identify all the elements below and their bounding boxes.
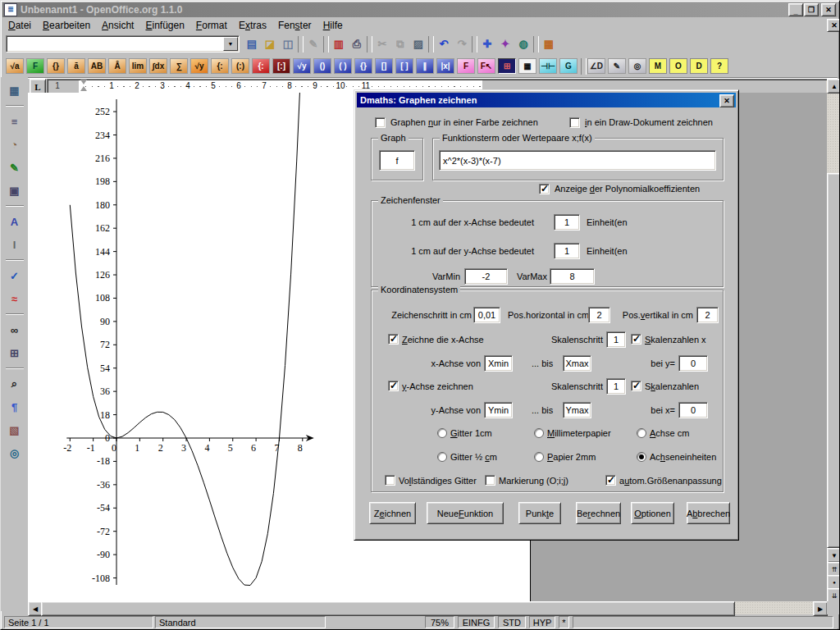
scroll-up-icon[interactable]: ▲ bbox=[827, 79, 840, 94]
dmaths-matrix-icon[interactable]: (:) bbox=[231, 58, 249, 74]
dmaths-limit-icon[interactable]: lim bbox=[129, 58, 147, 74]
zoom-icon[interactable]: ⌕ bbox=[5, 375, 25, 393]
dmaths-root-icon[interactable]: √y bbox=[190, 58, 208, 74]
dmaths-sqrt-a-icon[interactable]: √a bbox=[6, 58, 24, 74]
dmaths-angle-measure-icon[interactable]: ∠D bbox=[587, 58, 605, 74]
open-icon[interactable]: ◪ bbox=[261, 35, 279, 52]
optionen-button[interactable]: Optionen bbox=[631, 502, 674, 524]
menu-item-2[interactable]: Ansicht bbox=[96, 18, 139, 33]
dmaths-help-icon[interactable]: ? bbox=[710, 58, 728, 74]
y-unit-field[interactable]: 1 bbox=[554, 243, 580, 259]
nonprinting-chars-icon[interactable]: ¶ bbox=[5, 398, 25, 416]
radio-achse-cm[interactable] bbox=[637, 428, 646, 438]
graphics-toggle-icon[interactable]: ▧ bbox=[5, 421, 25, 439]
menu-item-5[interactable]: Extras bbox=[233, 18, 272, 33]
horizontal-scroll-thumb[interactable] bbox=[41, 601, 735, 616]
dmaths-unit-axes-icon[interactable]: ⊣⊢ bbox=[539, 58, 557, 74]
insert-table-icon[interactable]: ▦ bbox=[5, 81, 25, 99]
menu-item-7[interactable]: Hilfe bbox=[317, 18, 349, 33]
polynomial-coefficients-checkbox[interactable] bbox=[539, 184, 550, 194]
indent-marker[interactable] bbox=[80, 80, 88, 92]
online-layout-icon[interactable]: ◎ bbox=[5, 444, 25, 462]
radio-papier-2mm[interactable] bbox=[534, 452, 544, 462]
dmaths-o-icon[interactable]: O bbox=[669, 58, 687, 74]
print-icon[interactable]: ⎙ bbox=[348, 35, 366, 52]
radio-millimeterpapier[interactable] bbox=[534, 428, 544, 438]
dmaths-grid-icon[interactable]: ▦ bbox=[518, 58, 536, 74]
radio-achseneinheiten[interactable] bbox=[637, 452, 646, 462]
x-from-field[interactable]: Xmin bbox=[484, 355, 513, 372]
x-axis-checkbox[interactable] bbox=[388, 334, 399, 345]
find-replace-icon[interactable]: ∞ bbox=[5, 321, 25, 339]
abbrechen-button[interactable]: Abbrechen bbox=[687, 502, 730, 524]
single-color-checkbox[interactable] bbox=[375, 117, 386, 128]
punkte-button[interactable]: Punkte bbox=[518, 502, 561, 524]
varmax-field[interactable]: 8 bbox=[550, 268, 595, 285]
minimize-button[interactable]: _ bbox=[788, 3, 803, 16]
dmaths-graph-window-icon[interactable]: ⊞ bbox=[498, 58, 516, 74]
varmin-field[interactable]: -2 bbox=[464, 268, 508, 285]
dmaths-paren-small-icon[interactable]: () bbox=[313, 58, 331, 74]
check-autom-groessenanpassung[interactable] bbox=[605, 475, 616, 486]
draw-functions-icon[interactable]: ✎ bbox=[5, 158, 25, 176]
undo-icon[interactable]: ↶ bbox=[435, 35, 453, 52]
status-zoom[interactable]: 75% bbox=[425, 616, 454, 628]
dmaths-angle-icon[interactable]: Â bbox=[108, 58, 126, 74]
close-button[interactable]: ✕ bbox=[821, 3, 836, 16]
direct-cursor-icon[interactable]: I bbox=[5, 235, 25, 253]
dmaths-g-icon[interactable]: G bbox=[559, 58, 578, 74]
close-document-button[interactable]: ✕ bbox=[827, 19, 840, 32]
maximize-button[interactable]: ❐ bbox=[804, 3, 819, 16]
pos-horizontal-field[interactable]: 2 bbox=[588, 307, 610, 323]
dialog-title-bar[interactable]: Dmaths: Graphen zeichnen ✕ bbox=[357, 93, 736, 107]
status-selection-mode[interactable]: STD bbox=[498, 616, 526, 628]
export-pdf-icon[interactable]: ▥ bbox=[330, 35, 348, 52]
dmaths-pencil-icon[interactable]: ✎ bbox=[608, 58, 626, 74]
dmaths-system-icon[interactable]: {: bbox=[211, 58, 229, 74]
pos-vertikal-field[interactable]: 2 bbox=[696, 307, 719, 323]
berechnen-button[interactable]: Berechnen bbox=[576, 502, 621, 524]
new-document-icon[interactable]: ▤ bbox=[243, 35, 261, 52]
dmaths-abs-icon[interactable]: |x| bbox=[436, 58, 454, 74]
combo-dropdown-icon[interactable]: ▼ bbox=[223, 37, 238, 51]
zeichnen-button[interactable]: Zeichnen bbox=[369, 502, 416, 524]
draw-document-checkbox[interactable] bbox=[569, 117, 580, 128]
dmaths-vector-icon[interactable]: ā bbox=[67, 58, 85, 74]
zeichenschritt-field[interactable]: 0,01 bbox=[473, 307, 500, 323]
skalenzahlen-y-checkbox[interactable] bbox=[631, 381, 641, 391]
check-markierung[interactable] bbox=[485, 475, 495, 486]
dmaths-function-pink-icon[interactable]: F bbox=[457, 58, 475, 74]
dmaths-bracket-big-icon[interactable]: [ ] bbox=[395, 58, 413, 74]
autospellcheck-icon[interactable]: ≈ bbox=[5, 290, 25, 308]
radio-gitter-halb-cm[interactable] bbox=[437, 452, 447, 462]
dmaths-brace-blue-icon[interactable]: {} bbox=[354, 58, 372, 74]
dmaths-paren-big-icon[interactable]: ( ) bbox=[334, 58, 352, 74]
dialog-close-icon[interactable]: ✕ bbox=[719, 94, 734, 107]
stylist-icon[interactable]: ✦ bbox=[496, 35, 514, 52]
dmaths-system-red-icon[interactable]: {: bbox=[252, 58, 270, 74]
paste-icon[interactable]: ▨ bbox=[409, 35, 427, 52]
title-bar[interactable]: ≣ Unbenannt1 - OpenOffice.org 1.1.0 _ ❐ … bbox=[2, 2, 838, 17]
dmaths-bracket-small-icon[interactable]: [] bbox=[375, 58, 393, 74]
dmaths-braces-icon[interactable]: {} bbox=[47, 58, 65, 74]
dmaths-function-icon[interactable]: F bbox=[26, 58, 44, 74]
spellcheck-icon[interactable]: ✓ bbox=[5, 267, 25, 285]
skalenschritt-x-field[interactable]: 1 bbox=[606, 331, 626, 348]
menu-item-3[interactable]: Einfügen bbox=[139, 18, 189, 33]
menu-item-1[interactable]: Bearbeiten bbox=[37, 18, 96, 33]
dmaths-target-icon[interactable]: ◎ bbox=[628, 58, 646, 74]
autotext-icon[interactable]: A bbox=[5, 212, 25, 231]
menu-item-4[interactable]: Format bbox=[190, 18, 233, 33]
scroll-right-icon[interactable]: ▶ bbox=[813, 601, 828, 616]
dmaths-function-edit-icon[interactable]: F↖ bbox=[477, 58, 495, 74]
x-unit-field[interactable]: 1 bbox=[554, 214, 580, 231]
vertical-scrollbar[interactable]: ▲ ▼ ⇈ ● ⇊ bbox=[827, 79, 840, 601]
radio-gitter-1cm[interactable] bbox=[437, 428, 447, 438]
y-from-field[interactable]: Ymin bbox=[484, 402, 513, 418]
dmaths-integral-icon[interactable]: ∫dx bbox=[149, 58, 167, 74]
function-term-field[interactable]: x^2*(x-3)*(x-7) bbox=[439, 150, 716, 171]
navigator-icon[interactable]: ✚ bbox=[478, 35, 496, 52]
menu-item-0[interactable]: Datei bbox=[2, 18, 37, 33]
status-page-style[interactable]: Standard bbox=[155, 616, 326, 628]
y-axis-checkbox[interactable] bbox=[388, 381, 399, 391]
